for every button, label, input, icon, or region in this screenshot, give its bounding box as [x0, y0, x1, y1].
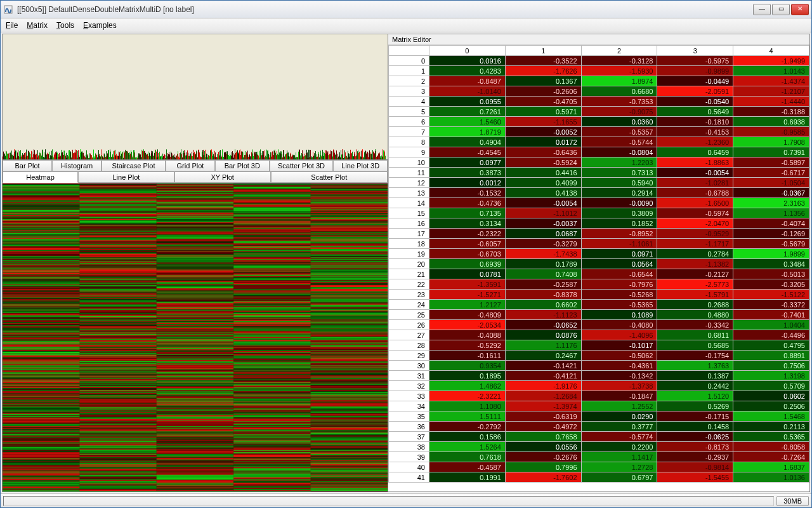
matrix-cell[interactable]: 0.2506: [733, 401, 809, 411]
row-header[interactable]: 12: [389, 178, 429, 188]
matrix-cell[interactable]: -1.1012: [505, 208, 581, 218]
matrix-cell[interactable]: -2.0534: [429, 320, 506, 330]
matrix-cell[interactable]: -2.5773: [657, 279, 733, 290]
matrix-cell[interactable]: -0.0449: [657, 76, 733, 86]
matrix-cell[interactable]: -1.3591: [429, 279, 506, 290]
row-header[interactable]: 10: [389, 157, 429, 168]
matrix-cell[interactable]: 0.5685: [657, 340, 733, 351]
menu-tools[interactable]: Tools: [56, 21, 74, 30]
row-header[interactable]: 36: [389, 422, 429, 432]
tab-line-plot[interactable]: Line Plot: [78, 171, 174, 183]
matrix-cell[interactable]: -1.2684: [505, 391, 581, 401]
matrix-cell[interactable]: -0.6544: [581, 269, 657, 279]
tab-scatter-plot-3d[interactable]: Scatter Plot 3D: [270, 160, 334, 171]
matrix-cell[interactable]: 0.3809: [581, 208, 657, 218]
matrix-cell[interactable]: -0.8173: [657, 442, 733, 452]
matrix-cell[interactable]: 1.2203: [581, 157, 657, 168]
row-header[interactable]: 31: [389, 371, 429, 381]
matrix-cell[interactable]: -0.6319: [505, 411, 581, 422]
row-header[interactable]: 1: [389, 66, 429, 76]
matrix-cell[interactable]: 0.3134: [429, 218, 506, 229]
matrix-cell[interactable]: 0.6459: [657, 147, 733, 157]
matrix-cell[interactable]: 1.5460: [429, 117, 506, 127]
matrix-cell[interactable]: 0.7261: [429, 107, 506, 117]
matrix-cell[interactable]: -0.0804: [581, 147, 657, 157]
row-header[interactable]: 16: [389, 218, 429, 229]
matrix-cell[interactable]: -0.0054: [657, 168, 733, 178]
matrix-cell[interactable]: 0.6797: [581, 472, 657, 483]
matrix-cell[interactable]: 0.4416: [505, 168, 581, 178]
matrix-cell[interactable]: 0.7996: [505, 462, 581, 472]
matrix-cell[interactable]: 1.4862: [429, 381, 506, 391]
matrix-cell[interactable]: -0.2792: [429, 422, 506, 432]
matrix-cell[interactable]: -1.5455: [657, 472, 733, 483]
matrix-cell[interactable]: -0.5924: [505, 157, 581, 168]
matrix-cell[interactable]: -1.5122: [733, 290, 809, 300]
matrix-cell[interactable]: -2.3221: [429, 391, 506, 401]
matrix-cell[interactable]: 0.0172: [505, 137, 581, 147]
matrix-cell[interactable]: -0.4545: [429, 147, 506, 157]
matrix-cell[interactable]: -0.5774: [581, 432, 657, 442]
matrix-cell[interactable]: -1.7626: [505, 66, 581, 76]
matrix-cell[interactable]: -0.8378: [505, 290, 581, 300]
row-header[interactable]: 8: [389, 137, 429, 147]
row-header[interactable]: 9: [389, 147, 429, 157]
matrix-cell[interactable]: 0.1458: [657, 422, 733, 432]
row-header[interactable]: 34: [389, 401, 429, 411]
matrix-cell[interactable]: -0.2606: [505, 86, 581, 97]
matrix-cell[interactable]: 1.0404: [733, 320, 809, 330]
matrix-cell[interactable]: -0.1342: [581, 371, 657, 381]
matrix-cell[interactable]: -0.1611: [429, 351, 506, 361]
matrix-cell[interactable]: 0.5940: [581, 178, 657, 188]
matrix-cell[interactable]: -0.1532: [429, 188, 506, 198]
matrix-cell[interactable]: -0.2937: [657, 452, 733, 462]
matrix-cell[interactable]: -1.2360: [657, 137, 733, 147]
row-header[interactable]: 24: [389, 300, 429, 310]
matrix-cell[interactable]: 1.8974: [581, 76, 657, 86]
matrix-cell[interactable]: -0.2676: [505, 452, 581, 462]
matrix-cell[interactable]: 0.7391: [733, 147, 809, 157]
matrix-cell[interactable]: 0.3873: [429, 168, 506, 178]
matrix-cell[interactable]: -0.0540: [657, 97, 733, 107]
matrix-cell[interactable]: -1.1061: [581, 239, 657, 249]
matrix-cell[interactable]: -0.5357: [581, 127, 657, 137]
matrix-cell[interactable]: 0.5649: [657, 107, 733, 117]
matrix-cell[interactable]: 2.3163: [733, 198, 809, 208]
matrix-cell[interactable]: 0.7506: [733, 361, 809, 371]
matrix-cell[interactable]: 0.5269: [657, 401, 733, 411]
matrix-cell[interactable]: -0.4496: [733, 330, 809, 340]
matrix-cell[interactable]: -0.4080: [581, 320, 657, 330]
row-header[interactable]: 29: [389, 351, 429, 361]
row-header[interactable]: 13: [389, 188, 429, 198]
matrix-cell[interactable]: 1.8719: [429, 127, 506, 137]
row-header[interactable]: 21: [389, 269, 429, 279]
tab-xy-plot[interactable]: XY Plot: [174, 171, 271, 183]
tab-grid-plot[interactable]: Grid Plot: [166, 160, 215, 171]
matrix-cell[interactable]: -1.1717: [657, 239, 733, 249]
matrix-cell[interactable]: -0.6788: [657, 188, 733, 198]
matrix-cell[interactable]: 0.5365: [733, 432, 809, 442]
matrix-cell[interactable]: -0.2127: [657, 269, 733, 279]
matrix-cell[interactable]: 0.0290: [581, 411, 657, 422]
matrix-cell[interactable]: -0.0054: [505, 198, 581, 208]
matrix-cell[interactable]: -0.4972: [505, 422, 581, 432]
matrix-cell[interactable]: -0.0037: [505, 218, 581, 229]
matrix-cell[interactable]: -1.5271: [429, 290, 506, 300]
matrix-cell[interactable]: -0.3342: [657, 320, 733, 330]
tab-scatter-plot[interactable]: Scatter Plot: [271, 171, 388, 183]
matrix-cell[interactable]: -0.4736: [429, 198, 506, 208]
row-header[interactable]: 6: [389, 117, 429, 127]
row-header[interactable]: 7: [389, 127, 429, 137]
matrix-cell[interactable]: 0.1089: [581, 310, 657, 320]
row-header[interactable]: 28: [389, 340, 429, 351]
row-header[interactable]: 3: [389, 86, 429, 97]
row-header[interactable]: 15: [389, 208, 429, 218]
matrix-cell[interactable]: 0.1789: [505, 259, 581, 269]
matrix-cell[interactable]: -0.4809: [429, 310, 506, 320]
matrix-cell[interactable]: -0.4153: [657, 127, 733, 137]
col-header[interactable]: 1: [505, 46, 581, 56]
matrix-cell[interactable]: -0.6436: [505, 147, 581, 157]
matrix-cell[interactable]: -1.0140: [429, 86, 506, 97]
row-header[interactable]: 18: [389, 239, 429, 249]
matrix-cell[interactable]: 1.5120: [657, 391, 733, 401]
